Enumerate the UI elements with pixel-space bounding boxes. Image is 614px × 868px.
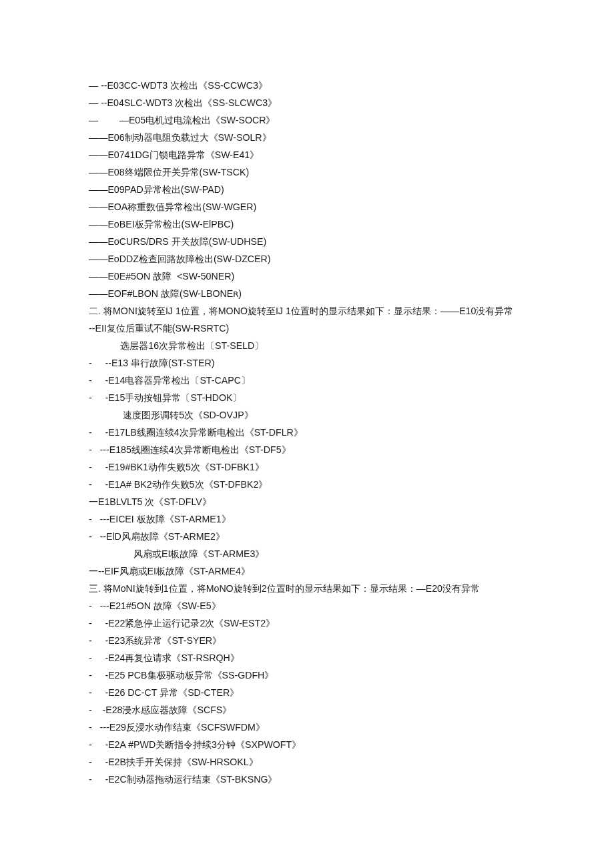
text-line: ——E0741DG门锁电路异常《SW-E41》 <box>89 146 534 163</box>
text-line: ——EoDDZ检查回路故障检出(SW-DZCER) <box>89 250 534 268</box>
text-line: - -E2A #PWD关断指令持续3分钟《SXPWOFT》 <box>89 736 534 753</box>
text-line: - ---E185线圈连续4次异常断电检出《ST-DF5》 <box>89 441 534 458</box>
text-line: - ---E29反浸水动作结束《SCFSWFDM》 <box>89 719 534 736</box>
text-line: - -E24再复位请求《ST-RSRQH》 <box>89 649 534 667</box>
text-line: 选层器16次异常检出〔ST-SELD〕 <box>89 337 534 354</box>
text-line: - ---EICEI 板故障《ST-ARME1》 <box>89 510 534 528</box>
text-line: - ---E21#5ON 故障《SW-E5》 <box>89 597 534 614</box>
text-line: ——EoCURS/DRS 开关故障(SW-UDHSE) <box>89 233 534 250</box>
text-line: 三. 将MoNI旋转到1位置，将MoNO旋转到2位置时的显示结果如下：显示结果：… <box>89 580 534 597</box>
text-line: - -E19#BK1动作失败5次《ST-DFBK1》 <box>89 458 534 476</box>
text-line: - --E13 串行故障(ST-STER) <box>89 354 534 372</box>
text-line: - --ElD风扇故障《ST-ARME2》 <box>89 528 534 545</box>
text-line: 速度图形调转5次《SD-OVJP》 <box>89 406 534 424</box>
text-line: - -E15手动按钮异常〔ST-HDOK〕 <box>89 389 534 406</box>
text-line: 风扇或EI板故障《ST-ARME3》 <box>89 545 534 562</box>
text-line: - -E14电容器异常检出〔ST-CAPC〕 <box>89 372 534 389</box>
text-line: ——EOF#LBON 故障(SW-LBONEʀ) <box>89 285 534 302</box>
text-line: - -E28浸水感应器故障《SCFS》 <box>89 701 534 719</box>
text-line: ——E06制动器电阻负载过大《SW-SOLR》 <box>89 129 534 146</box>
text-line: - -E2C制动器拖动运行结束《ST-BKSNG》 <box>89 771 534 788</box>
text-line: — --E04SLC-WDT3 次检出《SS-SLCWC3》 <box>89 94 534 111</box>
text-line: - -E17LB线圈连续4次异常断电检出《ST-DFLR》 <box>89 424 534 441</box>
text-line: 一--EIF风扇或EI板故障《ST-ARME4》 <box>89 562 534 580</box>
document-body: — --E03CC-WDT3 次检出《SS-CCWC3》— --E04SLC-W… <box>89 77 534 788</box>
text-line: ——EOA称重数值异常检出(SW-WGER) <box>89 198 534 215</box>
text-line: 二. 将MONI旋转至IJ 1位置，将MONO旋转至IJ 1位置时的显示结果如下… <box>89 302 534 320</box>
text-line: - -E25 PCB集极驱动板异常《SS-GDFH》 <box>89 667 534 684</box>
text-line: - -E23系统异常《ST-SYER》 <box>89 632 534 649</box>
text-line: - -E2B扶手开关保持《SW-HRSOKL》 <box>89 753 534 771</box>
text-line: - -E1A# BK2动作失败5次《ST-DFBK2》 <box>89 476 534 493</box>
text-line: ——E08终端限位开关异常(SW-TSCK) <box>89 163 534 181</box>
text-line: — —E05电机过电流检出《SW-SOCR》 <box>89 111 534 129</box>
text-line: ——E0E#5ON 故障 <SW-50NER) <box>89 268 534 285</box>
text-line: - -E22紧急停止运行记录2次《SW-EST2》 <box>89 614 534 632</box>
text-line: ——EoBEI板异常检出(SW-ElPBC) <box>89 215 534 233</box>
text-line: --EII复位后重试不能(SW-RSRTC) <box>89 320 534 337</box>
text-line: ——E09PAD异常检出(SW-PAD) <box>89 181 534 198</box>
text-line: - -E26 DC-CT 异常《SD-CTER》 <box>89 684 534 701</box>
text-line: — --E03CC-WDT3 次检出《SS-CCWC3》 <box>89 77 534 94</box>
text-line: 一E1BLVLT5 次《ST-DFLV》 <box>89 493 534 510</box>
